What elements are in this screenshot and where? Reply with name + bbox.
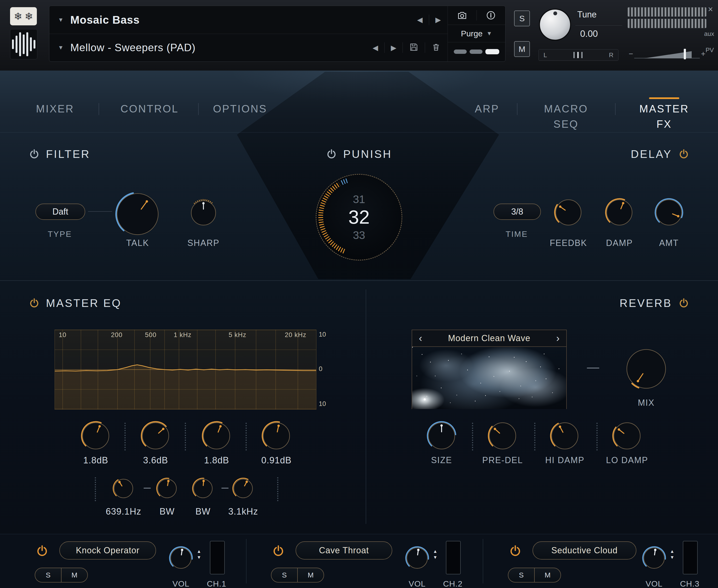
channel2-power-icon[interactable] — [272, 544, 285, 558]
delay-amount-knob[interactable] — [654, 197, 684, 228]
channel2-output-label: CH.2 — [438, 579, 467, 588]
tab-arp[interactable]: ARP — [469, 101, 505, 117]
master-eq-power-icon[interactable] — [29, 298, 40, 309]
tab-macro-seq[interactable]: MACRO SEQ — [533, 101, 599, 117]
info-button[interactable] — [477, 10, 506, 20]
reverb-lodamp-knob[interactable] — [612, 421, 642, 452]
memory-indicator — [448, 42, 505, 61]
active-tab-indicator — [649, 97, 679, 99]
next-instrument-arrow[interactable]: ▶ — [435, 16, 441, 24]
prev-patch-arrow[interactable]: ◀ — [373, 44, 378, 52]
eq-bw1-knob[interactable] — [156, 477, 179, 501]
channel2-volume-steppers[interactable]: ▲▼ — [433, 549, 437, 560]
reverb-preset-name[interactable]: Modern Clean Wave — [429, 333, 550, 343]
channel1-source-dropdown[interactable]: Knock Operator — [59, 541, 156, 560]
eq-gain-axis-bottom: 10 — [319, 400, 333, 407]
eq-band3-gain-knob[interactable] — [201, 421, 232, 452]
tab-control[interactable]: CONTROL — [120, 101, 180, 117]
channel3-solo-button[interactable]: S — [508, 568, 535, 582]
up-arrow-icon[interactable]: ▲ — [670, 549, 674, 553]
solo-button[interactable]: S — [514, 10, 530, 26]
next-patch-arrow[interactable]: ▶ — [391, 44, 396, 52]
punish-knob[interactable]: 31 32 33 — [316, 174, 402, 260]
volume-slider[interactable]: − + — [628, 47, 706, 60]
aux-toggle[interactable]: aux — [704, 30, 714, 38]
delay-title: DELAY — [631, 148, 672, 161]
channel3-volume-knob[interactable] — [642, 546, 666, 571]
chevron-down-icon[interactable]: ▼ — [58, 17, 64, 23]
down-arrow-icon[interactable]: ▼ — [433, 555, 437, 560]
talk-label: TALK — [112, 238, 163, 248]
channel3-source-dropdown[interactable]: Seductive Cloud — [533, 541, 636, 560]
up-arrow-icon[interactable]: ▲ — [197, 549, 201, 553]
eq-bw2-knob[interactable] — [191, 477, 214, 501]
delay-power-icon[interactable] — [678, 149, 689, 160]
instrument-name-row[interactable]: ▼ Mosaic Bass ◀ ▶ — [49, 6, 448, 34]
channel1-power-icon[interactable] — [36, 544, 48, 558]
down-arrow-icon[interactable]: ▼ — [670, 555, 674, 560]
channel2-volume-knob[interactable] — [405, 546, 430, 571]
punish-power-icon[interactable] — [326, 149, 337, 160]
camera-button[interactable] — [448, 10, 476, 21]
channel1-mute-button[interactable]: M — [62, 568, 87, 582]
eq-freq1-knob[interactable] — [112, 477, 135, 501]
channel2-source-dropdown[interactable]: Cave Throat — [295, 541, 392, 560]
reverb-power-icon[interactable] — [678, 298, 689, 309]
up-arrow-icon[interactable]: ▲ — [433, 549, 437, 553]
channel3-power-icon[interactable] — [509, 544, 522, 558]
tab-options[interactable]: OPTIONS — [213, 101, 264, 117]
star-field — [412, 347, 413, 348]
filter-title: FILTER — [46, 148, 90, 161]
delay-time-dropdown[interactable]: 3/8 — [493, 204, 541, 220]
eq-band2-gain-knob[interactable] — [140, 421, 171, 452]
preset-prev-arrow[interactable]: ‹ — [412, 333, 429, 344]
channel2-solo-button[interactable]: S — [271, 568, 298, 582]
volume-handle[interactable] — [684, 49, 686, 59]
volume-track[interactable] — [634, 47, 700, 60]
sharp-knob[interactable] — [189, 198, 218, 228]
eq-freq2-knob[interactable] — [232, 477, 255, 501]
pan-slider[interactable]: L R — [538, 49, 618, 61]
channel1-solo-button[interactable]: S — [35, 568, 62, 582]
reverb-hidamp-knob[interactable] — [550, 421, 580, 452]
trash-icon[interactable] — [431, 42, 441, 53]
filter-power-icon[interactable] — [29, 149, 40, 160]
tab-master-fx[interactable]: MASTER FX — [632, 101, 696, 117]
talk-knob[interactable] — [115, 191, 160, 238]
divider — [246, 539, 247, 584]
divider — [95, 477, 96, 501]
tab-mixer[interactable]: MIXER — [34, 101, 77, 117]
filter-type-dropdown[interactable]: Daft — [36, 204, 85, 220]
delay-damp-knob[interactable] — [604, 197, 634, 228]
eq-band1-gain-knob[interactable] — [80, 421, 111, 452]
channel3-mute-button[interactable]: M — [535, 568, 560, 582]
divider — [472, 423, 473, 450]
purge-dropdown[interactable]: Purge ▼ — [448, 25, 505, 42]
eq-band4-gain-knob[interactable] — [261, 421, 292, 452]
reverb-mix-knob[interactable] — [625, 347, 668, 391]
master-eq-header: MASTER EQ — [29, 297, 122, 310]
channel2-output-meter — [446, 541, 461, 574]
delay-feedback-knob[interactable] — [554, 197, 583, 228]
snowflake-button[interactable]: ❄❄ — [10, 7, 37, 25]
reverb-size-knob[interactable] — [426, 421, 457, 452]
patch-name-row[interactable]: ▼ Mellow - Sweepers (PAD) ◀ ▶ — [49, 34, 448, 62]
channel2-mute-button[interactable]: M — [298, 568, 324, 582]
minus-icon[interactable]: − — [628, 49, 634, 58]
instrument-nav: ◀ ▶ — [417, 15, 441, 25]
pan-handle[interactable] — [573, 52, 582, 58]
save-icon[interactable] — [409, 42, 418, 53]
tune-knob[interactable] — [539, 8, 571, 41]
chevron-down-icon[interactable]: ▼ — [58, 44, 64, 51]
mute-button[interactable]: M — [514, 41, 530, 57]
reverb-predelay-knob[interactable] — [487, 421, 518, 452]
eq-graph[interactable]: 10 200 500 1 kHz 5 kHz 20 kHz — [55, 330, 316, 410]
channel3-volume-steppers[interactable]: ▲▼ — [670, 549, 674, 560]
close-icon[interactable]: × — [708, 4, 713, 14]
channel1-volume-knob[interactable] — [168, 546, 193, 571]
down-arrow-icon[interactable]: ▼ — [197, 555, 201, 560]
pv-toggle[interactable]: PV — [705, 46, 714, 54]
prev-instrument-arrow[interactable]: ◀ — [417, 16, 423, 24]
preset-next-arrow[interactable]: › — [550, 333, 566, 344]
channel1-volume-steppers[interactable]: ▲▼ — [197, 549, 201, 560]
